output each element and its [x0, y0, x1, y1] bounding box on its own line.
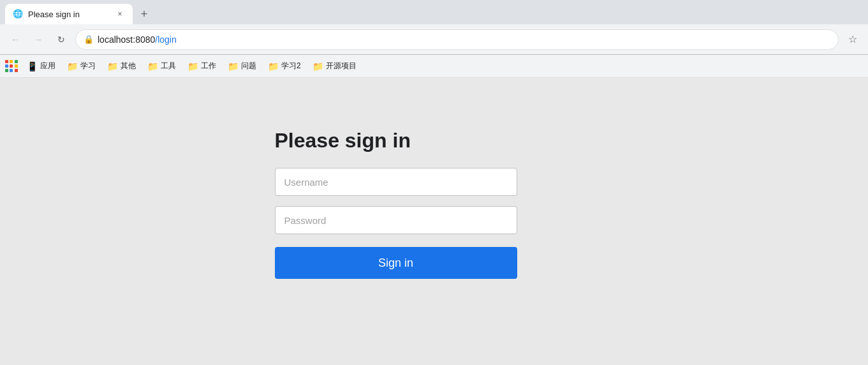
forward-button[interactable]: →: [29, 31, 47, 48]
password-input[interactable]: [275, 206, 517, 234]
bookmark-opensource-label: 开源项目: [326, 61, 357, 71]
bookmark-work[interactable]: 📁 工作: [182, 59, 221, 73]
tab-close-button[interactable]: ×: [115, 9, 125, 19]
password-field-group: [275, 206, 517, 234]
page-title: Please sign in: [275, 129, 411, 153]
page-content: Please sign in Sign in: [0, 78, 868, 365]
sign-in-button[interactable]: Sign in: [275, 247, 517, 279]
folder-work-icon: 📁: [188, 61, 198, 71]
bookmarks-bar: 📱 应用 📁 学习 📁 其他 📁 工具 📁 工作 📁 问题 📁 学习2 📁: [0, 55, 868, 78]
bookmark-apps-label: 应用: [40, 61, 55, 71]
tab-title: Please sign in: [28, 10, 110, 19]
username-field-group: [275, 168, 517, 196]
address-bar: ← → ↻ 🔒 localhost:8080/login ☆: [0, 24, 868, 55]
tab-favicon: 🌐: [13, 9, 23, 19]
bookmark-star-button[interactable]: ☆: [844, 31, 862, 48]
active-tab[interactable]: 🌐 Please sign in ×: [5, 4, 133, 24]
folder-opensource-icon: 📁: [313, 61, 323, 71]
url-text: localhost:8080/login: [98, 34, 177, 45]
folder-other-icon: 📁: [107, 61, 118, 71]
bookmark-tools[interactable]: 📁 工具: [142, 59, 181, 73]
folder-study2-icon: 📁: [268, 61, 279, 71]
bookmark-study[interactable]: 📁 学习: [62, 59, 101, 73]
username-input[interactable]: [275, 168, 517, 196]
refresh-button[interactable]: ↻: [52, 31, 70, 48]
folder-issues-icon: 📁: [228, 61, 239, 71]
folder-study-icon: 📁: [67, 61, 78, 71]
login-form-container: Please sign in Sign in: [275, 129, 517, 279]
bookmark-opensource[interactable]: 📁 开源项目: [307, 59, 362, 73]
bookmark-other-label: 其他: [121, 61, 136, 71]
back-button[interactable]: ←: [6, 31, 24, 48]
bookmark-study-label: 学习: [80, 61, 96, 71]
bookmark-other[interactable]: 📁 其他: [102, 59, 141, 73]
bookmark-tools-label: 工具: [161, 61, 176, 71]
bookmark-issues[interactable]: 📁 问题: [223, 59, 261, 73]
lock-icon: 🔒: [84, 34, 94, 44]
url-bar[interactable]: 🔒 localhost:8080/login: [75, 29, 839, 50]
tab-bar: 🌐 Please sign in × +: [0, 0, 868, 24]
bookmark-issues-label: 问题: [241, 61, 256, 71]
apps-grid-icon[interactable]: [5, 60, 18, 73]
bookmark-study2[interactable]: 📁 学习2: [263, 59, 306, 73]
browser-chrome: 🌐 Please sign in × + ← → ↻ 🔒 localhost:8…: [0, 0, 868, 78]
bookmark-apps[interactable]: 📱 应用: [22, 59, 61, 73]
folder-tools-icon: 📁: [147, 61, 158, 71]
apps-label-icon: 📱: [27, 61, 38, 71]
bookmark-work-label: 工作: [201, 61, 216, 71]
new-tab-button[interactable]: +: [135, 5, 153, 23]
bookmark-study2-label: 学习2: [281, 61, 301, 71]
